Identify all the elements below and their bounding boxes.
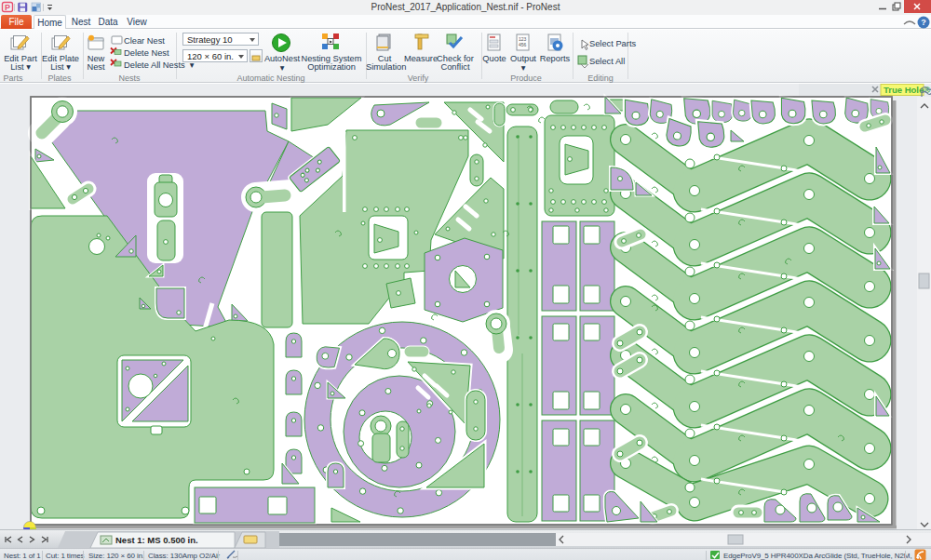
svg-text:?: ? [921, 18, 926, 27]
svg-text:123: 123 [519, 36, 527, 42]
svg-text:456: 456 [519, 42, 527, 47]
svg-text:ProNest_2017_Application_Nest.: ProNest_2017_Application_Nest.nif - ProN… [371, 2, 560, 12]
svg-text:P: P [5, 3, 10, 12]
svg-text:Nest 1: MS 0.500 in.: Nest 1: MS 0.500 in. [115, 535, 198, 545]
